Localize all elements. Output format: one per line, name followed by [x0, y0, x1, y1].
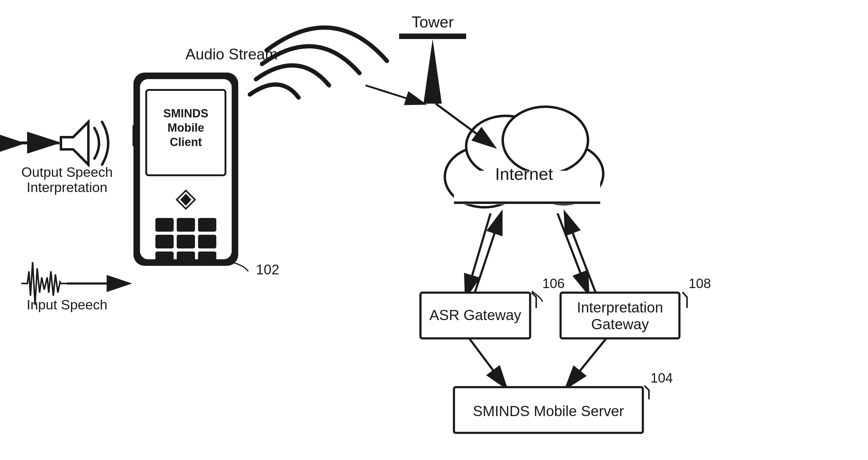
- svg-rect-20: [198, 235, 216, 249]
- svg-rect-23: [198, 252, 216, 265]
- svg-rect-16: [177, 218, 195, 232]
- ref-102: 102: [256, 262, 279, 278]
- mobile-server-label: SMINDS Mobile Server: [473, 403, 624, 419]
- tower-label: Tower: [412, 13, 454, 31]
- svg-rect-1: [399, 33, 466, 39]
- diagram: Tower Audio Stream: [0, 0, 868, 460]
- ref-108: 108: [688, 276, 711, 291]
- interpretation-gateway-label: Interpretation: [577, 299, 663, 316]
- svg-rect-19: [177, 235, 195, 249]
- asr-gateway-label: ASR Gateway: [429, 307, 521, 323]
- svg-text:Client: Client: [170, 136, 202, 148]
- ref-106: 106: [542, 276, 564, 291]
- svg-text:SMINDS: SMINDS: [163, 107, 208, 120]
- svg-rect-18: [155, 235, 174, 249]
- svg-rect-21: [155, 252, 174, 265]
- svg-rect-12: [132, 125, 136, 146]
- internet-label: Internet: [495, 164, 553, 183]
- ref-104: 104: [650, 370, 673, 385]
- output-interp-label: Interpretation: [27, 179, 107, 195]
- input-speech-label: Input Speech: [27, 297, 107, 313]
- svg-text:Mobile: Mobile: [167, 121, 204, 134]
- gateway-label: Gateway: [591, 316, 649, 332]
- svg-point-33: [503, 107, 588, 174]
- svg-rect-15: [155, 218, 174, 232]
- svg-rect-22: [177, 252, 195, 265]
- svg-rect-17: [198, 218, 216, 232]
- output-speech-label: Output Speech: [21, 164, 113, 180]
